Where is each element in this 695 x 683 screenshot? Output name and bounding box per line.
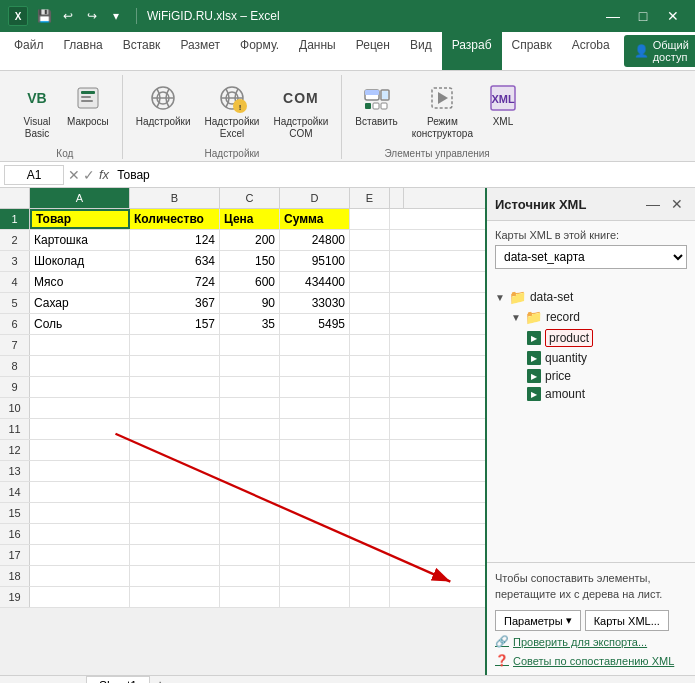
confirm-formula-icon[interactable]: ✓ <box>83 167 95 183</box>
design-mode-btn[interactable]: Режимконструктора <box>407 79 478 143</box>
cell-b18[interactable] <box>130 566 220 586</box>
cell-c12[interactable] <box>220 440 280 460</box>
maximize-btn[interactable]: □ <box>629 2 657 30</box>
cell-b14[interactable] <box>130 482 220 502</box>
cell-b11[interactable] <box>130 419 220 439</box>
row-num-17[interactable]: 17 <box>0 545 30 565</box>
minimize-btn[interactable]: — <box>599 2 627 30</box>
cell-d2[interactable]: 24800 <box>280 230 350 250</box>
cell-a13[interactable] <box>30 461 130 481</box>
cell-e15[interactable] <box>350 503 390 523</box>
cell-e3[interactable] <box>350 251 390 271</box>
cell-e6[interactable] <box>350 314 390 334</box>
cell-a14[interactable] <box>30 482 130 502</box>
xml-tree-item-product[interactable]: ▶ product <box>495 327 687 349</box>
cell-a17[interactable] <box>30 545 130 565</box>
cell-e16[interactable] <box>350 524 390 544</box>
cell-a9[interactable] <box>30 377 130 397</box>
cell-b8[interactable] <box>130 356 220 376</box>
cell-d17[interactable] <box>280 545 350 565</box>
row-num-19[interactable]: 19 <box>0 587 30 607</box>
share-btn[interactable]: 👤 Общий доступ <box>624 35 695 67</box>
cell-a16[interactable] <box>30 524 130 544</box>
cell-e5[interactable] <box>350 293 390 313</box>
col-header-d[interactable]: D <box>280 188 350 208</box>
cell-e7[interactable] <box>350 335 390 355</box>
cell-b4[interactable]: 724 <box>130 272 220 292</box>
row-num-2[interactable]: 2 <box>0 230 30 250</box>
cell-e19[interactable] <box>350 587 390 607</box>
cell-a19[interactable] <box>30 587 130 607</box>
cell-a11[interactable] <box>30 419 130 439</box>
parameters-btn[interactable]: Параметры ▾ <box>495 610 581 631</box>
cell-b6[interactable]: 157 <box>130 314 220 334</box>
tab-view[interactable]: Вид <box>400 32 442 70</box>
cell-b13[interactable] <box>130 461 220 481</box>
cell-e12[interactable] <box>350 440 390 460</box>
cell-c6[interactable]: 35 <box>220 314 280 334</box>
cancel-formula-icon[interactable]: ✕ <box>68 167 80 183</box>
cell-c19[interactable] <box>220 587 280 607</box>
xml-tree-item-quantity[interactable]: ▶ quantity <box>495 349 687 367</box>
tab-file[interactable]: Файл <box>4 32 54 70</box>
cell-c11[interactable] <box>220 419 280 439</box>
cell-a2[interactable]: Картошка <box>30 230 130 250</box>
cell-b16[interactable] <box>130 524 220 544</box>
cell-d7[interactable] <box>280 335 350 355</box>
row-num-6[interactable]: 6 <box>0 314 30 334</box>
addins-btn[interactable]: Надстройки <box>131 79 196 131</box>
cell-b2[interactable]: 124 <box>130 230 220 250</box>
macros-btn[interactable]: Макросы <box>62 79 114 131</box>
tab-review[interactable]: Рецен <box>346 32 400 70</box>
col-header-c[interactable]: C <box>220 188 280 208</box>
cell-c2[interactable]: 200 <box>220 230 280 250</box>
cell-e13[interactable] <box>350 461 390 481</box>
row-num-12[interactable]: 12 <box>0 440 30 460</box>
cell-d11[interactable] <box>280 419 350 439</box>
undo-btn[interactable]: ↩ <box>58 6 78 26</box>
cell-d1[interactable]: Сумма <box>280 209 350 229</box>
visual-basic-btn[interactable]: VB VisualBasic <box>16 79 58 143</box>
cell-e8[interactable] <box>350 356 390 376</box>
cell-e2[interactable] <box>350 230 390 250</box>
cell-c1[interactable]: Цена <box>220 209 280 229</box>
cell-c14[interactable] <box>220 482 280 502</box>
cell-b9[interactable] <box>130 377 220 397</box>
formula-input[interactable] <box>113 166 691 184</box>
cell-c15[interactable] <box>220 503 280 523</box>
cell-a5[interactable]: Сахар <box>30 293 130 313</box>
cell-b12[interactable] <box>130 440 220 460</box>
cell-e18[interactable] <box>350 566 390 586</box>
row-num-3[interactable]: 3 <box>0 251 30 271</box>
tab-formulas[interactable]: Форму. <box>230 32 289 70</box>
tab-data[interactable]: Данны <box>289 32 346 70</box>
cell-c7[interactable] <box>220 335 280 355</box>
tab-acrobat[interactable]: Acroba <box>562 32 620 70</box>
row-num-16[interactable]: 16 <box>0 524 30 544</box>
cell-d19[interactable] <box>280 587 350 607</box>
cell-d10[interactable] <box>280 398 350 418</box>
row-num-11[interactable]: 11 <box>0 419 30 439</box>
xml-tree-item-dataset[interactable]: ▼ 📁 data-set <box>495 287 687 307</box>
cell-e1[interactable] <box>350 209 390 229</box>
cell-a10[interactable] <box>30 398 130 418</box>
cell-b3[interactable]: 634 <box>130 251 220 271</box>
row-num-1[interactable]: 1 <box>0 209 30 229</box>
insert-control-btn[interactable]: Вставить <box>350 79 402 131</box>
cell-a6[interactable]: Соль <box>30 314 130 334</box>
save-btn[interactable]: 💾 <box>34 6 54 26</box>
cell-d5[interactable]: 33030 <box>280 293 350 313</box>
xml-map-dropdown[interactable]: data-set_карта <box>495 245 687 269</box>
cell-b19[interactable] <box>130 587 220 607</box>
col-header-e[interactable]: E <box>350 188 390 208</box>
export-check-link[interactable]: 🔗 Проверить для экспорта... <box>495 635 687 648</box>
cell-ref-box[interactable] <box>4 165 64 185</box>
cell-e17[interactable] <box>350 545 390 565</box>
cell-c5[interactable]: 90 <box>220 293 280 313</box>
cell-a12[interactable] <box>30 440 130 460</box>
cell-b5[interactable]: 367 <box>130 293 220 313</box>
cell-c18[interactable] <box>220 566 280 586</box>
xml-panel-close-btn[interactable]: ✕ <box>667 194 687 214</box>
tab-help[interactable]: Справк <box>502 32 562 70</box>
cell-e9[interactable] <box>350 377 390 397</box>
